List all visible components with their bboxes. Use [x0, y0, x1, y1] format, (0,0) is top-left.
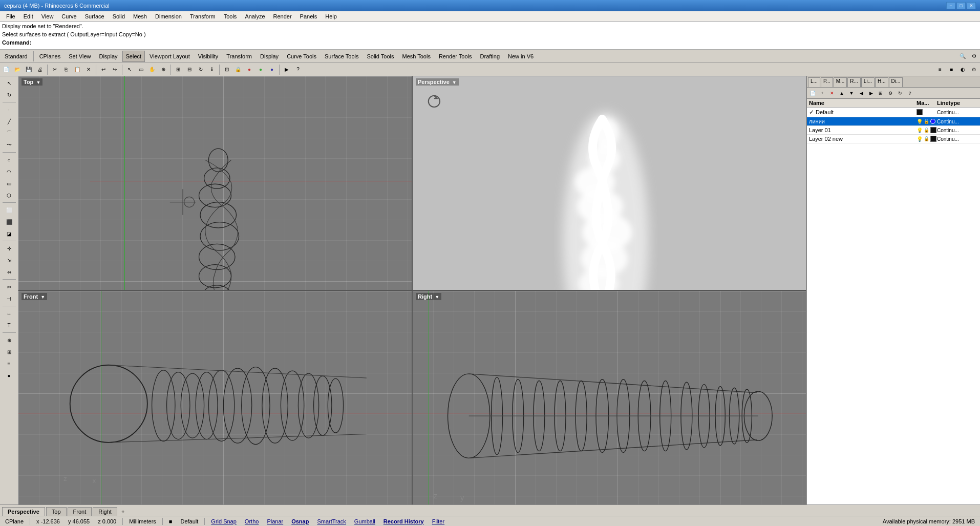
panel-tab-lights[interactable]: Li...	[861, 77, 875, 87]
r-props-icon[interactable]: ■	[946, 65, 956, 75]
viewport-perspective[interactable]: Perspective ▼	[413, 76, 806, 290]
layer-row-02new[interactable]: Layer 02 new 💡 🔓 Continu...	[807, 135, 980, 143]
lt-rotate[interactable]: ↻	[2, 89, 16, 100]
sb-planar[interactable]: Planar	[265, 518, 285, 524]
r-display-icon[interactable]: ⊙	[969, 65, 979, 75]
lt-group[interactable]: ⊞	[2, 346, 16, 357]
menu-edit[interactable]: Edit	[19, 12, 37, 20]
save-icon[interactable]: 💾	[24, 65, 34, 75]
render-preview-icon[interactable]: ▶	[282, 65, 292, 75]
panel-tab-properties[interactable]: P...	[821, 77, 833, 87]
tab-display[interactable]: Display	[95, 51, 121, 62]
btm-tab-perspective[interactable]: Perspective	[2, 507, 45, 516]
menu-file[interactable]: File	[2, 12, 19, 20]
lt-line[interactable]: ╱	[2, 116, 16, 127]
lt-surface[interactable]: ⬜	[2, 204, 16, 216]
menu-view[interactable]: View	[37, 12, 58, 20]
tab-drafting[interactable]: Drafting	[477, 51, 504, 62]
panel-tab-display2[interactable]: Di...	[889, 77, 903, 87]
r-layers-icon[interactable]: ≡	[935, 65, 945, 75]
lt-split[interactable]: ⊣	[2, 293, 16, 304]
lock-icon[interactable]: 🔒	[233, 65, 243, 75]
tab-curve-tools[interactable]: Curve Tools	[283, 51, 320, 62]
tab-viewport-layout[interactable]: Viewport Layout	[146, 51, 194, 62]
window-select-icon[interactable]: ▭	[136, 65, 146, 75]
vp-top-dropdown[interactable]: ▼	[36, 80, 40, 85]
layer-row-linii[interactable]: линии 💡 🔓 Continu...	[807, 117, 980, 126]
btm-tab-front[interactable]: Front	[68, 507, 92, 516]
menu-curve[interactable]: Curve	[57, 12, 80, 20]
pt-left-icon[interactable]: ◀	[857, 89, 866, 98]
layer-01-color[interactable]	[930, 127, 936, 133]
tab-render-tools[interactable]: Render Tools	[435, 51, 476, 62]
menu-transform[interactable]: Transform	[186, 12, 220, 20]
viewport-front[interactable]: Front ▼ z x	[18, 291, 412, 504]
sb-recordhistory[interactable]: Record History	[381, 518, 426, 524]
lt-trim[interactable]: ✂	[2, 281, 16, 292]
layer-01-bulb[interactable]: 💡	[917, 128, 923, 133]
zoom-icon[interactable]: ⊕	[158, 65, 168, 75]
copy-icon[interactable]: ⎘	[61, 65, 71, 75]
layer-linii-lock[interactable]: 🔓	[924, 119, 929, 124]
sb-osnap[interactable]: Osnap	[289, 518, 311, 524]
tab-select[interactable]: Select	[122, 51, 145, 62]
btm-tab-top[interactable]: Top	[46, 507, 67, 516]
sb-gumball[interactable]: Gumball	[352, 518, 377, 524]
layer-02new-lock[interactable]: 🔓	[924, 136, 929, 141]
pt-delete-icon[interactable]: ✕	[827, 89, 837, 98]
cut-icon[interactable]: ✂	[50, 65, 60, 75]
lt-text[interactable]: T	[2, 320, 16, 331]
layer-01-lock[interactable]: 🔓	[924, 128, 929, 133]
lt-rect[interactable]: ▭	[2, 178, 16, 189]
layer-linii-bulb[interactable]: 💡	[917, 119, 923, 124]
btm-tab-add[interactable]: +	[118, 508, 127, 516]
menu-panels[interactable]: Panels	[296, 12, 322, 20]
sb-ortho[interactable]: Ortho	[243, 518, 261, 524]
lt-scale[interactable]: ⇲	[2, 255, 16, 266]
lt-arc[interactable]: ◠	[2, 166, 16, 177]
lt-mirror[interactable]: ⇔	[2, 266, 16, 278]
lt-point[interactable]: ·	[2, 104, 16, 115]
vp-perspective-dropdown[interactable]: ▼	[452, 80, 457, 85]
print-icon[interactable]: 🖨	[35, 65, 45, 75]
minimize-button[interactable]: −	[946, 2, 955, 9]
viewport-top[interactable]: Top ▼ y x	[18, 76, 412, 290]
layer-row-01[interactable]: Layer 01 💡 🔓 Continu...	[807, 126, 980, 135]
viewport-right[interactable]: Right ▼ z y	[413, 291, 806, 504]
pt-help2-icon[interactable]: ?	[905, 89, 914, 98]
color1-icon[interactable]: ●	[244, 65, 254, 75]
lt-circle[interactable]: ○	[2, 154, 16, 165]
undo-icon[interactable]: ↩	[98, 65, 109, 75]
menu-mesh[interactable]: Mesh	[129, 12, 151, 20]
pt-right-icon[interactable]: ▶	[866, 89, 876, 98]
paste-icon[interactable]: 📋	[72, 65, 82, 75]
layer-02new-bulb[interactable]: 💡	[917, 136, 923, 142]
help-icon[interactable]: ?	[293, 65, 303, 75]
properties-icon[interactable]: ℹ	[207, 65, 217, 75]
maximize-button[interactable]: □	[956, 2, 966, 9]
tab-standard[interactable]: Standard	[1, 51, 31, 62]
panel-tab-materials[interactable]: M...	[834, 77, 847, 87]
color2-icon[interactable]: ●	[255, 65, 266, 75]
lt-polyline[interactable]: ⌒	[2, 128, 16, 139]
layer-default-color[interactable]	[917, 109, 923, 115]
menu-surface[interactable]: Surface	[81, 12, 109, 20]
tab-cplanes[interactable]: CPlanes	[36, 51, 65, 62]
lt-select[interactable]: ↖	[2, 77, 16, 89]
lt-layers[interactable]: ≡	[2, 358, 16, 369]
sb-filter[interactable]: Filter	[430, 518, 446, 524]
panel-tab-hatch[interactable]: H...	[875, 77, 888, 87]
zoom-window-icon[interactable]: ⊟	[184, 65, 195, 75]
panel-tab-render[interactable]: R...	[847, 77, 861, 87]
pt-filter-icon[interactable]: ⊞	[876, 89, 885, 98]
pt-new-doc-icon[interactable]: 📄	[808, 89, 817, 98]
open-icon[interactable]: 📂	[12, 65, 23, 75]
tab-visibility[interactable]: Visibility	[195, 51, 222, 62]
cmd-prompt[interactable]: Command:	[2, 38, 978, 47]
btm-tab-right[interactable]: Right	[93, 507, 117, 516]
vp-front-dropdown[interactable]: ▼	[40, 294, 45, 300]
menu-render[interactable]: Render	[269, 12, 296, 20]
tab-display2[interactable]: Display	[257, 51, 282, 62]
vp-front-label[interactable]: Front ▼	[22, 293, 47, 300]
sb-gridsnap[interactable]: Grid Snap	[209, 518, 239, 524]
